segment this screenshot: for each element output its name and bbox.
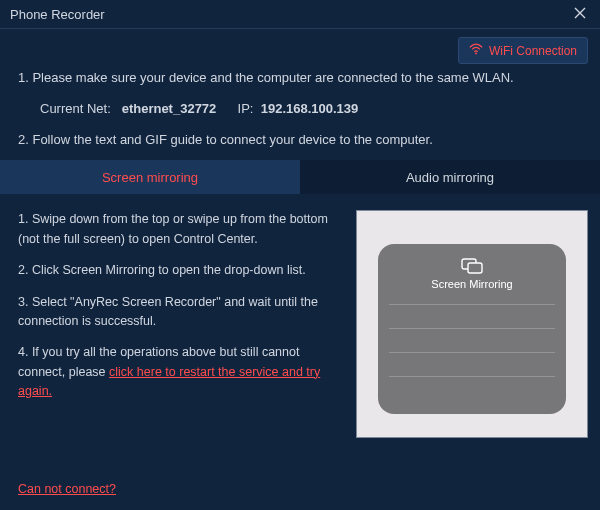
title-bar: Phone Recorder: [0, 0, 600, 28]
list-item: [389, 376, 554, 400]
mirror-tabs: Screen mirroring Audio mirroring: [0, 160, 600, 194]
network-line: Current Net: ethernet_32772 IP: 192.168.…: [18, 99, 582, 120]
svg-rect-2: [468, 263, 482, 273]
ip-value: 192.168.100.139: [261, 101, 359, 116]
close-icon: [574, 7, 586, 22]
step-2: 2. Click Screen Mirroring to open the dr…: [18, 261, 342, 280]
list-item: [389, 352, 554, 376]
wifi-connection-label: WiFi Connection: [489, 44, 577, 58]
svg-point-0: [475, 52, 477, 54]
tab-screen-mirroring[interactable]: Screen mirroring: [0, 160, 300, 194]
wifi-icon: [469, 42, 483, 59]
top-bar: WiFi Connection: [0, 29, 600, 68]
close-button[interactable]: [570, 4, 590, 24]
current-net-label: Current Net:: [40, 101, 111, 116]
ip-label: IP:: [238, 101, 254, 116]
step-4: 4. If you try all the operations above b…: [18, 343, 342, 401]
intro-line-2: 2. Follow the text and GIF guide to conn…: [18, 130, 582, 151]
tab-audio-mirroring[interactable]: Audio mirroring: [300, 160, 600, 194]
window-title: Phone Recorder: [10, 7, 105, 22]
cannot-connect-link[interactable]: Can not connect?: [18, 482, 116, 496]
screen-mirroring-icon: [461, 258, 483, 274]
current-net-value: ethernet_32772: [122, 101, 217, 116]
intro-block: 1. Please make sure your device and the …: [0, 68, 600, 160]
step-1: 1. Swipe down from the top or swipe up f…: [18, 210, 342, 249]
wifi-connection-button[interactable]: WiFi Connection: [458, 37, 588, 64]
list-item: [389, 328, 554, 352]
gif-guide: Screen Mirroring: [356, 210, 588, 438]
step-list: 1. Swipe down from the top or swipe up f…: [18, 210, 342, 438]
step-3: 3. Select "AnyRec Screen Recorder" and w…: [18, 293, 342, 332]
footer: Can not connect?: [18, 481, 116, 496]
list-item: [389, 304, 554, 328]
content-area: 1. Swipe down from the top or swipe up f…: [0, 194, 600, 438]
control-center-label: Screen Mirroring: [431, 278, 512, 290]
intro-line-1: 1. Please make sure your device and the …: [18, 68, 582, 89]
control-center-panel: Screen Mirroring: [378, 244, 566, 414]
control-center-rows: [389, 304, 554, 400]
